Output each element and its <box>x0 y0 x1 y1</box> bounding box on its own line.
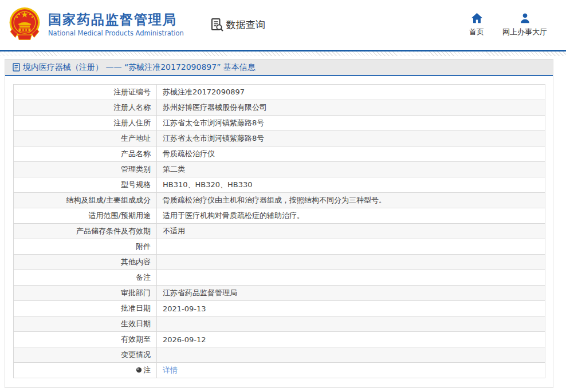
site-subtitle: National Medical Products Administration <box>48 29 184 37</box>
row-label: 注册人住所 <box>14 116 157 131</box>
top-nav: 首页 网上办事大厅 <box>469 13 547 37</box>
table-row: 其他内容 <box>14 255 545 270</box>
hatch-strip <box>0 52 566 56</box>
site-title: 国家药品监督管理局 <box>48 13 184 27</box>
table-row: 附件 <box>14 239 545 255</box>
row-value <box>157 239 545 255</box>
table-row: 产品名称骨质疏松治疗仪 <box>14 146 545 162</box>
brand[interactable]: 国家药品监督管理局 National Medical Products Admi… <box>7 6 184 44</box>
site-header: 国家药品监督管理局 National Medical Products Admi… <box>0 0 566 50</box>
row-label: 生产地址 <box>14 131 157 146</box>
data-query-section[interactable]: 数据查询 <box>210 18 265 33</box>
row-label-text: 审批部门 <box>121 288 151 297</box>
row-value <box>157 347 545 363</box>
table-row: 备注 <box>14 270 545 286</box>
row-value-text: 2021-09-13 <box>163 304 206 313</box>
row-label: 型号规格 <box>14 177 157 193</box>
table-row: 注册人住所江苏省太仓市浏河镇紫藤路8号 <box>14 116 545 131</box>
row-label-text: 注册人住所 <box>113 118 151 127</box>
row-label: 批准日期 <box>14 301 157 316</box>
home-icon <box>471 13 483 23</box>
row-value-text: 骨质疏松治疗仪 <box>163 149 215 158</box>
table-row: 注详情 <box>14 363 545 378</box>
row-value: 第二类 <box>157 162 545 177</box>
row-label-text: 注册人名称 <box>113 103 151 112</box>
row-value: 适用于医疗机构对骨质疏松症的辅助治疗。 <box>157 208 545 224</box>
row-label-text: 批准日期 <box>121 304 151 312</box>
national-emblem-logo <box>7 6 42 44</box>
row-label: 备注 <box>14 270 157 286</box>
row-value <box>157 316 545 332</box>
nav-service-hall-label: 网上办事大厅 <box>502 27 547 37</box>
row-value-text: 第二类 <box>163 165 185 173</box>
row-value: HB310、HB320、HB330 <box>157 177 545 193</box>
table-row: 型号规格HB310、HB320、HB330 <box>14 177 545 193</box>
table-row: 管理类别第二类 <box>14 162 545 177</box>
row-value-text: 江苏省太仓市浏河镇紫藤路8号 <box>163 118 264 127</box>
row-label-text: 结构及组成/主要组成成分 <box>66 196 151 204</box>
table-row: 结构及组成/主要组成成分骨质疏松治疗仪由主机和治疗器组成，按照结构不同分为三种型… <box>14 193 545 208</box>
row-value <box>157 270 545 286</box>
row-label-text: 适用范围/预期用途 <box>89 211 151 220</box>
detail-link[interactable]: 详情 <box>163 366 178 374</box>
row-label-text: 其他内容 <box>121 258 151 266</box>
detail-table: 注册证编号苏械注准20172090897注册人名称苏州好博医疗器械股份有限公司注… <box>13 84 545 378</box>
row-value: 2021-09-13 <box>157 301 545 316</box>
row-label: 有效期至 <box>14 332 157 347</box>
row-label: 其他内容 <box>14 255 157 270</box>
row-value-text: 苏州好博医疗器械股份有限公司 <box>163 103 267 112</box>
row-value: 骨质疏松治疗仪由主机和治疗器组成，按照结构不同分为三种型号。 <box>157 193 545 208</box>
row-label: 附件 <box>14 239 157 255</box>
row-label-text: 注册证编号 <box>113 88 151 96</box>
row-value-text: 不适用 <box>163 227 185 235</box>
table-row: 生产地址江苏省太仓市浏河镇紫藤路8号 <box>14 131 545 146</box>
note-icon <box>136 367 142 373</box>
table-row: 产品储存条件及有效期不适用 <box>14 224 545 239</box>
table-row: 注册人名称苏州好博医疗器械股份有限公司 <box>14 100 545 116</box>
row-value-text: 江苏省太仓市浏河镇紫藤路8号 <box>163 134 264 142</box>
row-label-text: 备注 <box>136 273 151 282</box>
row-value-text: HB310、HB320、HB330 <box>163 180 253 189</box>
row-label-text: 变更情况 <box>121 350 151 359</box>
row-label-text: 产品储存条件及有效期 <box>76 227 151 235</box>
row-label: 注册人名称 <box>14 100 157 116</box>
row-label: 注册证编号 <box>14 85 157 100</box>
row-value-text: 适用于医疗机构对骨质疏松症的辅助治疗。 <box>163 211 304 220</box>
row-value: 不适用 <box>157 224 545 239</box>
row-label: 产品名称 <box>14 146 157 162</box>
row-value: 苏州好博医疗器械股份有限公司 <box>157 100 545 116</box>
row-label: 审批部门 <box>14 286 157 301</box>
row-value <box>157 255 545 270</box>
data-query-label: 数据查询 <box>226 18 265 31</box>
row-label: 适用范围/预期用途 <box>14 208 157 224</box>
row-value: 江苏省太仓市浏河镇紫藤路8号 <box>157 131 545 146</box>
row-label-text: 有效期至 <box>121 335 151 343</box>
row-value: 江苏省药品监督管理局 <box>157 286 545 301</box>
row-label-text: 附件 <box>136 242 151 251</box>
table-row: 审批部门江苏省药品监督管理局 <box>14 286 545 301</box>
page-title-bar: 境内医疗器械（注册） —— “苏械注准20172090897” 基本信息 <box>5 60 553 76</box>
row-value: 江苏省太仓市浏河镇紫藤路8号 <box>157 116 545 131</box>
row-label: 产品储存条件及有效期 <box>14 224 157 239</box>
row-label-text: 型号规格 <box>121 180 151 189</box>
table-row: 适用范围/预期用途适用于医疗机构对骨质疏松症的辅助治疗。 <box>14 208 545 224</box>
row-label-text: 生产地址 <box>121 134 151 142</box>
row-label: 注 <box>14 363 157 378</box>
row-label-text: 注 <box>143 366 151 374</box>
row-value: 2026-09-12 <box>157 332 545 347</box>
table-row: 变更情况 <box>14 347 545 363</box>
row-label-text: 产品名称 <box>121 149 151 158</box>
page-title: 境内医疗器械（注册） —— “苏械注准20172090897” 基本信息 <box>23 62 256 73</box>
row-value-text: 2026-09-12 <box>163 335 206 344</box>
row-value-text: 骨质疏松治疗仪由主机和治疗器组成，按照结构不同分为三种型号。 <box>163 196 386 204</box>
nav-service-hall[interactable]: 网上办事大厅 <box>502 13 547 37</box>
table-row: 批准日期2021-09-13 <box>14 301 545 316</box>
nav-home[interactable]: 首页 <box>469 13 484 37</box>
table-row: 注册证编号苏械注准20172090897 <box>14 85 545 100</box>
table-row: 生效日期 <box>14 316 545 332</box>
data-query-icon <box>210 18 224 33</box>
content-panel: 境内医疗器械（注册） —— “苏械注准20172090897” 基本信息 注册证… <box>5 59 553 388</box>
nav-home-label: 首页 <box>469 27 484 37</box>
row-label-text: 生效日期 <box>121 319 151 328</box>
row-value: 骨质疏松治疗仪 <box>157 146 545 162</box>
